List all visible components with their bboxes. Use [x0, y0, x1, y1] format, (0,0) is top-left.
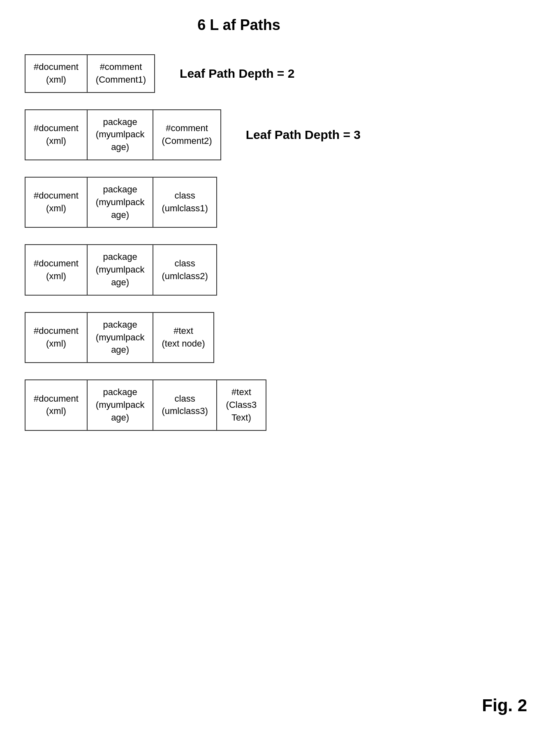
table-cell-r4-c2: package(myumlpackage)	[87, 245, 153, 295]
table-cell-r6-c3: class(umlclass3)	[153, 380, 216, 430]
path-table-2: #document(xml)package(myumlpackage)#comm…	[25, 109, 221, 160]
table-cell-r3-c1: #document(xml)	[25, 177, 87, 227]
table-cell-r4-c1: #document(xml)	[25, 245, 87, 295]
table-cell-r5-c2: package(myumlpackage)	[87, 312, 153, 363]
path-table-4: #document(xml)package(myumlpackage)class…	[25, 244, 217, 295]
table-cell-r1-c1: #document(xml)	[25, 55, 87, 92]
table-cell-r2-c1: #document(xml)	[25, 110, 87, 160]
path-table-5: #document(xml)package(myumlpackage)#text…	[25, 312, 214, 363]
path-row-1: #document(xml)#comment(Comment1)Leaf Pat…	[25, 54, 535, 93]
path-row-3: #document(xml)package(myumlpackage)class…	[25, 177, 535, 228]
table-cell-r2-c3: #comment(Comment2)	[153, 110, 220, 160]
fig-label: Fig. 2	[482, 696, 527, 715]
depth-label-1: Leaf Path Depth = 2	[180, 67, 294, 81]
path-table-1: #document(xml)#comment(Comment1)	[25, 54, 155, 93]
table-cell-r6-c4: #text(Class3Text)	[217, 380, 266, 430]
depth-label-2: Leaf Path Depth = 3	[246, 128, 361, 142]
path-row-5: #document(xml)package(myumlpackage)#text…	[25, 312, 535, 363]
table-cell-r3-c3: class(umlclass1)	[153, 177, 216, 227]
table-cell-r6-c2: package(myumlpackage)	[87, 380, 153, 430]
path-table-6: #document(xml)package(myumlpackage)class…	[25, 379, 266, 430]
path-row-2: #document(xml)package(myumlpackage)#comm…	[25, 109, 535, 160]
table-cell-r1-c2: #comment(Comment1)	[87, 55, 155, 92]
path-row-6: #document(xml)package(myumlpackage)class…	[25, 379, 535, 430]
path-row-4: #document(xml)package(myumlpackage)class…	[25, 244, 535, 295]
table-cell-r5-c1: #document(xml)	[25, 312, 87, 363]
table-cell-r3-c2: package(myumlpackage)	[87, 177, 153, 227]
page-title: 6 L af Paths	[0, 16, 535, 34]
table-cell-r4-c3: class(umlclass2)	[153, 245, 216, 295]
table-cell-r6-c1: #document(xml)	[25, 380, 87, 430]
table-cell-r2-c2: package(myumlpackage)	[87, 110, 153, 160]
path-table-3: #document(xml)package(myumlpackage)class…	[25, 177, 217, 228]
table-cell-r5-c3: #text(text node)	[153, 312, 213, 363]
